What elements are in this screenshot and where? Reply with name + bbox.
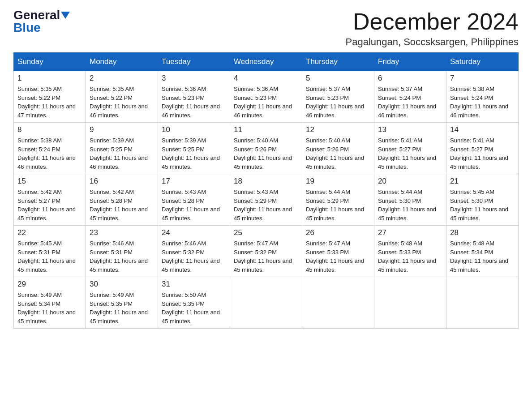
calendar-cell: 25 Sunrise: 5:47 AM Sunset: 5:32 PM Dayl… — [230, 226, 302, 277]
page-header: General Blue December 2024 Pagalungan, S… — [13, 9, 519, 48]
day-number: 24 — [162, 228, 226, 237]
day-number: 23 — [90, 228, 154, 237]
day-number: 12 — [306, 125, 370, 134]
day-number: 27 — [378, 228, 442, 237]
day-number: 21 — [450, 177, 515, 186]
daylight-label: Daylight: 11 hours and 46 minutes. — [378, 103, 436, 119]
daylight-label: Daylight: 11 hours and 45 minutes. — [17, 206, 76, 222]
sunset-label: Sunset: 5:32 PM — [162, 249, 205, 256]
calendar-cell: 10 Sunrise: 5:39 AM Sunset: 5:25 PM Dayl… — [158, 123, 230, 174]
calendar-cell: 9 Sunrise: 5:39 AM Sunset: 5:25 PM Dayli… — [86, 123, 158, 174]
day-number: 9 — [90, 125, 154, 134]
sunrise-label: Sunrise: 5:39 AM — [162, 137, 206, 144]
sunrise-label: Sunrise: 5:44 AM — [378, 188, 422, 195]
calendar-cell: 31 Sunrise: 5:50 AM Sunset: 5:35 PM Dayl… — [158, 277, 230, 329]
day-number: 4 — [234, 74, 298, 83]
day-info: Sunrise: 5:47 AM Sunset: 5:32 PM Dayligh… — [234, 239, 298, 274]
calendar-cell: 3 Sunrise: 5:36 AM Sunset: 5:23 PM Dayli… — [158, 71, 230, 123]
daylight-label: Daylight: 11 hours and 46 minutes. — [162, 103, 220, 119]
header-monday: Monday — [86, 53, 158, 71]
calendar-cell: 22 Sunrise: 5:45 AM Sunset: 5:31 PM Dayl… — [14, 226, 86, 277]
daylight-label: Daylight: 11 hours and 45 minutes. — [378, 257, 436, 273]
sunrise-label: Sunrise: 5:49 AM — [90, 291, 134, 298]
sunset-label: Sunset: 5:31 PM — [17, 249, 60, 256]
sunset-label: Sunset: 5:26 PM — [234, 146, 277, 153]
calendar-cell: 29 Sunrise: 5:49 AM Sunset: 5:34 PM Dayl… — [14, 277, 86, 329]
daylight-label: Daylight: 11 hours and 46 minutes. — [234, 103, 292, 119]
day-number: 7 — [450, 74, 515, 83]
calendar-cell: 1 Sunrise: 5:35 AM Sunset: 5:22 PM Dayli… — [14, 71, 86, 123]
sunrise-label: Sunrise: 5:43 AM — [234, 188, 278, 195]
sunrise-label: Sunrise: 5:48 AM — [450, 240, 494, 247]
sunset-label: Sunset: 5:22 PM — [17, 94, 60, 101]
daylight-label: Daylight: 11 hours and 45 minutes. — [90, 257, 148, 273]
logo-blue: Blue — [13, 21, 41, 34]
sunset-label: Sunset: 5:25 PM — [90, 146, 133, 153]
calendar-cell: 14 Sunrise: 5:41 AM Sunset: 5:27 PM Dayl… — [446, 123, 519, 174]
location-subtitle: Pagalungan, Soccsksargen, Philippines — [346, 36, 519, 48]
sunrise-label: Sunrise: 5:37 AM — [306, 86, 350, 92]
sunset-label: Sunset: 5:29 PM — [306, 197, 349, 204]
sunrise-label: Sunrise: 5:36 AM — [162, 86, 206, 92]
day-number: 28 — [450, 228, 515, 237]
sunrise-label: Sunrise: 5:42 AM — [17, 188, 62, 195]
daylight-label: Daylight: 11 hours and 45 minutes. — [306, 257, 364, 273]
day-number: 11 — [234, 125, 298, 134]
sunset-label: Sunset: 5:25 PM — [162, 146, 205, 153]
day-number: 26 — [306, 228, 370, 237]
daylight-label: Daylight: 11 hours and 45 minutes. — [162, 309, 220, 325]
week-row-1: 1 Sunrise: 5:35 AM Sunset: 5:22 PM Dayli… — [14, 71, 519, 123]
sunset-label: Sunset: 5:24 PM — [450, 94, 493, 101]
sunrise-label: Sunrise: 5:48 AM — [378, 240, 422, 247]
sunset-label: Sunset: 5:30 PM — [378, 197, 421, 204]
sunset-label: Sunset: 5:33 PM — [306, 249, 349, 256]
sunset-label: Sunset: 5:24 PM — [378, 94, 421, 101]
sunset-label: Sunset: 5:35 PM — [90, 300, 133, 307]
calendar-cell: 26 Sunrise: 5:47 AM Sunset: 5:33 PM Dayl… — [302, 226, 374, 277]
sunrise-label: Sunrise: 5:38 AM — [450, 86, 494, 92]
sunset-label: Sunset: 5:27 PM — [378, 146, 421, 153]
daylight-label: Daylight: 11 hours and 45 minutes. — [234, 154, 292, 170]
calendar-cell: 12 Sunrise: 5:40 AM Sunset: 5:26 PM Dayl… — [302, 123, 374, 174]
day-info: Sunrise: 5:38 AM Sunset: 5:24 PM Dayligh… — [17, 136, 82, 171]
sunrise-label: Sunrise: 5:42 AM — [90, 188, 134, 195]
day-number: 16 — [90, 177, 154, 186]
calendar-cell: 15 Sunrise: 5:42 AM Sunset: 5:27 PM Dayl… — [14, 174, 86, 226]
sunrise-label: Sunrise: 5:46 AM — [90, 240, 134, 247]
calendar-cell: 18 Sunrise: 5:43 AM Sunset: 5:29 PM Dayl… — [230, 174, 302, 226]
daylight-label: Daylight: 11 hours and 46 minutes. — [90, 103, 148, 119]
daylight-label: Daylight: 11 hours and 45 minutes. — [306, 154, 364, 170]
daylight-label: Daylight: 11 hours and 45 minutes. — [162, 206, 220, 222]
sunset-label: Sunset: 5:34 PM — [450, 249, 493, 256]
sunrise-label: Sunrise: 5:46 AM — [162, 240, 206, 247]
day-info: Sunrise: 5:43 AM Sunset: 5:29 PM Dayligh… — [234, 188, 298, 223]
logo-general: General — [13, 9, 60, 21]
sunset-label: Sunset: 5:32 PM — [234, 249, 277, 256]
day-number: 19 — [306, 177, 370, 186]
logo-triangle-icon — [61, 12, 70, 19]
daylight-label: Daylight: 11 hours and 46 minutes. — [306, 103, 364, 119]
day-info: Sunrise: 5:39 AM Sunset: 5:25 PM Dayligh… — [90, 136, 154, 171]
logo: General Blue — [13, 9, 70, 34]
daylight-label: Daylight: 11 hours and 45 minutes. — [450, 257, 508, 273]
day-info: Sunrise: 5:35 AM Sunset: 5:22 PM Dayligh… — [90, 85, 154, 120]
month-title: December 2024 — [346, 9, 519, 34]
sunrise-label: Sunrise: 5:43 AM — [162, 188, 206, 195]
sunset-label: Sunset: 5:27 PM — [17, 197, 60, 204]
header-sunday: Sunday — [14, 53, 86, 71]
week-row-5: 29 Sunrise: 5:49 AM Sunset: 5:34 PM Dayl… — [14, 277, 519, 329]
sunrise-label: Sunrise: 5:37 AM — [378, 86, 422, 92]
day-number: 14 — [450, 125, 515, 134]
daylight-label: Daylight: 11 hours and 46 minutes. — [17, 154, 76, 170]
day-info: Sunrise: 5:37 AM Sunset: 5:24 PM Dayligh… — [378, 85, 442, 120]
daylight-label: Daylight: 11 hours and 45 minutes. — [162, 154, 220, 170]
day-number: 20 — [378, 177, 442, 186]
day-info: Sunrise: 5:47 AM Sunset: 5:33 PM Dayligh… — [306, 239, 370, 274]
sunrise-label: Sunrise: 5:41 AM — [378, 137, 422, 144]
week-row-3: 15 Sunrise: 5:42 AM Sunset: 5:27 PM Dayl… — [14, 174, 519, 226]
sunrise-label: Sunrise: 5:47 AM — [234, 240, 278, 247]
day-info: Sunrise: 5:36 AM Sunset: 5:23 PM Dayligh… — [234, 85, 298, 120]
day-info: Sunrise: 5:35 AM Sunset: 5:22 PM Dayligh… — [17, 85, 82, 120]
sunset-label: Sunset: 5:23 PM — [306, 94, 349, 101]
day-info: Sunrise: 5:41 AM Sunset: 5:27 PM Dayligh… — [450, 136, 515, 171]
